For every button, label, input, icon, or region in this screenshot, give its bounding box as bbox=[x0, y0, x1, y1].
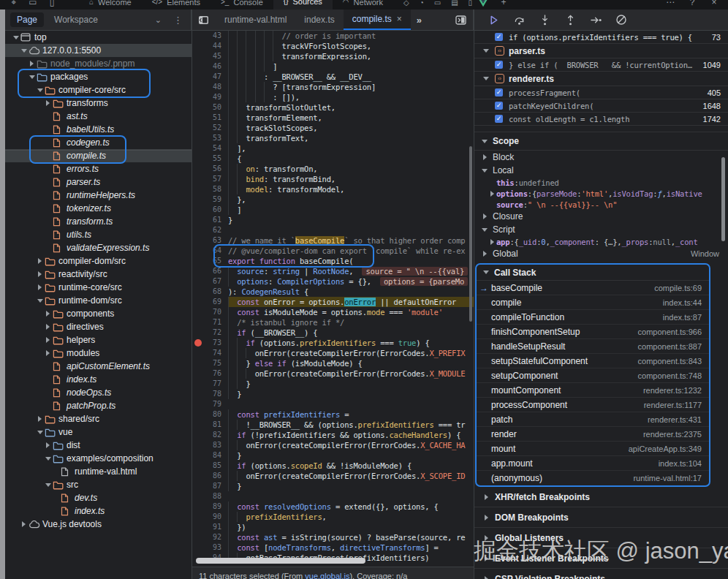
code-line-content[interactable]: if (options.prefixIdentifiers === true) … bbox=[228, 338, 474, 348]
gutter-line-number[interactable]: 47 bbox=[192, 72, 228, 82]
call-stack-frame-patch[interactable]: patchrenderer.ts:431 bbox=[477, 412, 709, 427]
chevron-expanded-icon[interactable] bbox=[43, 483, 53, 487]
call-stack-frame-setupStatefulComponent[interactable]: setupStatefulComponentcomponent.ts:843 bbox=[477, 354, 709, 368]
step-over-button[interactable] bbox=[512, 14, 526, 26]
gutter-line-number[interactable]: 72 bbox=[192, 328, 228, 338]
tree-item-modules[interactable]: modules bbox=[5, 347, 192, 360]
gutter-line-number[interactable]: 66 bbox=[192, 266, 228, 276]
gutter-line-number[interactable]: 84 bbox=[192, 450, 228, 461]
code-line-content[interactable]: const prefixIdentifiers = bbox=[228, 409, 474, 420]
breakpoint-checkbox[interactable]: ✓ bbox=[495, 88, 503, 96]
call-stack-frame--anonymous-[interactable]: (anonymous)runtime-val.html:17 bbox=[477, 471, 709, 485]
code-line-content[interactable]: } bbox=[228, 481, 474, 491]
code-line-content[interactable]: transformExpression, bbox=[228, 51, 474, 61]
top-tab-sources[interactable]: {}Sources bbox=[273, 0, 333, 10]
scope-group-block[interactable]: Block bbox=[474, 151, 728, 164]
code-line-content[interactable]: } bbox=[228, 215, 474, 225]
gutter-line-number[interactable]: 69 bbox=[192, 297, 228, 307]
call-stack-frame-processComponent[interactable]: processComponentrenderer.ts:1177 bbox=[477, 398, 709, 412]
chevron-expanded-icon[interactable] bbox=[480, 169, 489, 173]
code-line-content[interactable]: bind: transformBind, bbox=[228, 174, 474, 184]
tree-item-patchProp.ts[interactable]: patchProp.ts bbox=[5, 399, 192, 412]
gutter-line-number[interactable]: 61 bbox=[192, 215, 228, 225]
editor-tab-runtime-val.html[interactable]: runtime-val.html bbox=[216, 10, 295, 30]
top-tab-network[interactable]: ◠Network bbox=[333, 0, 393, 10]
tab-workspace[interactable]: Workspace bbox=[54, 15, 98, 25]
code-line-content[interactable]: } bbox=[228, 379, 474, 389]
gutter-line-number[interactable]: 73 bbox=[192, 338, 228, 348]
step-out-button[interactable] bbox=[564, 14, 577, 26]
gutter-line-number[interactable]: 82 bbox=[192, 430, 228, 440]
gutter-line-number[interactable]: 62 bbox=[192, 225, 228, 235]
code-line-content[interactable]: ): CodegenResult { bbox=[228, 287, 474, 297]
editor-tab-compile.ts[interactable]: compile.ts× bbox=[344, 10, 411, 30]
gutter-line-number[interactable]: 86 bbox=[192, 471, 228, 481]
code-line-content[interactable]: { bbox=[228, 154, 474, 164]
gutter-line-number[interactable]: 52 bbox=[192, 123, 228, 133]
chevron-expanded-icon[interactable] bbox=[35, 299, 45, 303]
call-stack-frame-baseCompile[interactable]: →baseCompilecompile.ts:69 bbox=[477, 281, 709, 295]
gutter-line-number[interactable]: 48 bbox=[192, 82, 228, 92]
chevron-collapsed-icon[interactable] bbox=[480, 213, 489, 219]
scope-group-global[interactable]: GlobalWindow bbox=[474, 247, 728, 260]
gutter-line-number[interactable]: 71 bbox=[192, 317, 228, 328]
tree-item-top[interactable]: top bbox=[5, 31, 192, 44]
chevron-collapsed-icon[interactable] bbox=[43, 350, 53, 356]
scope-section-header[interactable]: Scope bbox=[474, 132, 728, 151]
gutter-line-number[interactable]: 90 bbox=[192, 512, 228, 522]
code-line-content[interactable]: ], bbox=[228, 143, 474, 154]
sidebar-kebab-icon[interactable]: ⋮ bbox=[173, 15, 183, 26]
chevron-expanded-icon[interactable] bbox=[482, 77, 490, 80]
gutter-line-number[interactable]: 44 bbox=[192, 41, 228, 51]
gutter-line-number[interactable]: 77 bbox=[192, 379, 228, 389]
chevron-collapsed-icon[interactable] bbox=[43, 442, 53, 448]
tree-item-compiler-dom-src[interactable]: compiler-dom/src bbox=[5, 254, 192, 268]
code-line-content[interactable]: source: string | RootNode,source = " \n … bbox=[228, 266, 474, 276]
chevron-expanded-icon[interactable] bbox=[11, 36, 20, 39]
tree-item-parser.ts[interactable]: parser.ts bbox=[5, 175, 192, 189]
chevron-collapsed-icon[interactable] bbox=[43, 100, 53, 106]
chevron-collapsed-icon[interactable] bbox=[488, 191, 496, 197]
call-stack-frame-render[interactable]: renderrenderer.ts:2375 bbox=[477, 427, 709, 442]
more-tabs-icon[interactable]: » bbox=[411, 10, 428, 30]
tree-item-ast.ts[interactable]: ast.ts bbox=[5, 110, 192, 123]
code-line-content[interactable] bbox=[228, 225, 474, 235]
gutter-line-number[interactable]: 78 bbox=[192, 389, 228, 399]
gutter-line-number[interactable]: 79 bbox=[192, 399, 228, 409]
tree-item-components[interactable]: components bbox=[5, 307, 192, 320]
scope-group-script[interactable]: Script bbox=[474, 223, 728, 236]
chevron-collapsed-icon[interactable] bbox=[43, 311, 53, 317]
tree-item-index.ts[interactable]: index.ts bbox=[5, 373, 192, 386]
chevron-collapsed-icon[interactable] bbox=[482, 515, 490, 521]
breakpoint-checkbox[interactable]: ✓ bbox=[495, 33, 503, 41]
code-line-content[interactable]: onError(createCompilerError(ErrorCodes.X… bbox=[228, 440, 474, 450]
code-line-content[interactable]: if (!prefixIdentifiers && options.cacheH… bbox=[228, 430, 474, 440]
code-line-content[interactable]: }, bbox=[228, 194, 474, 205]
code-line-content[interactable]: }) bbox=[228, 522, 474, 532]
chevron-expanded-icon[interactable] bbox=[482, 270, 490, 274]
code-line-content[interactable]: transformSlotOutlet, bbox=[228, 102, 474, 113]
gutter-line-number[interactable]: 91 bbox=[192, 522, 228, 532]
code-line-content[interactable]: const resolvedOptions = extend({}, optio… bbox=[228, 502, 474, 512]
code-line-content[interactable]: !__BROWSER__ && (options.prefixIdentifie… bbox=[228, 420, 474, 430]
chevron-expanded-icon[interactable] bbox=[43, 457, 53, 461]
gutter-line-number[interactable]: 56 bbox=[192, 164, 228, 174]
code-line-content[interactable] bbox=[228, 491, 474, 502]
tree-item-shared-src[interactable]: shared/src bbox=[5, 412, 192, 425]
chevron-collapsed-icon[interactable] bbox=[19, 521, 29, 527]
tree-item-src[interactable]: src bbox=[5, 478, 192, 491]
code-line-content[interactable]: onError(createCompilerError(ErrorCodes.X… bbox=[228, 368, 474, 379]
code-line-content[interactable]: } else if (isModuleMode) { bbox=[228, 358, 474, 368]
code-line-content[interactable]: // order is important bbox=[228, 31, 474, 41]
debugger-panel-scrollbar[interactable] bbox=[721, 157, 725, 241]
code-line-content[interactable]: transformText, bbox=[228, 133, 474, 143]
gutter-line-number[interactable]: 43 bbox=[192, 31, 228, 41]
editor-vertical-scrollbar[interactable] bbox=[469, 146, 472, 322]
tree-item-runtimeHelpers.ts[interactable]: runtimeHelpers.ts bbox=[5, 189, 192, 202]
code-line-content[interactable]: ? [transformExpression] bbox=[228, 82, 474, 92]
code-line-content[interactable]: trackSlotScopes, bbox=[228, 123, 474, 133]
gutter-line-number[interactable]: 65 bbox=[192, 256, 228, 266]
toolbar-extra-icon-4[interactable]: ▯ bbox=[469, 0, 473, 7]
code-line-content[interactable]: /* istanbul ignore if */ bbox=[228, 317, 474, 328]
code-line-content[interactable]: const ast = isString(source) ? baseParse… bbox=[228, 532, 474, 542]
